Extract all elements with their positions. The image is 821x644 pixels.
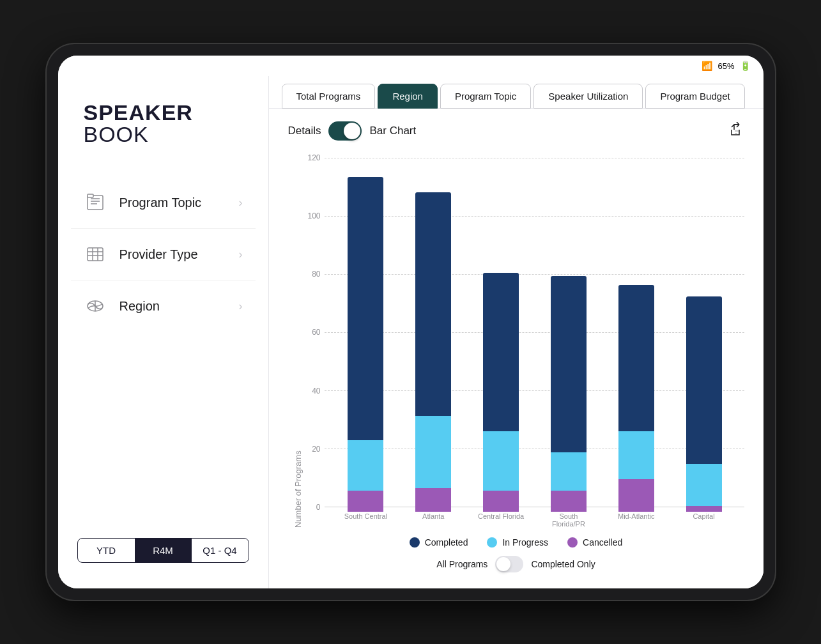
legend-in-progress: In Progress [487,537,548,548]
stacked-bar-2[interactable] [483,273,519,512]
main-content: Total Programs Region Program Topic Spea… [269,76,763,588]
battery-icon: 🔋 [740,61,751,71]
bar-completed-2 [483,273,519,431]
bar-inprogress-0 [348,440,383,491]
battery-text: 65% [717,61,734,71]
toggle-knob-small [496,557,510,571]
legend-completed: Completed [410,537,468,548]
filter-all-programs: All Programs [436,559,487,569]
tab-speaker-utilization[interactable]: Speaker Utilization [533,84,643,109]
filter-completed-only: Completed Only [531,559,595,569]
legend-dot-completed [410,537,420,548]
chevron-right-icon: › [239,300,243,313]
sidebar-nav: Program Topic › [58,177,268,525]
bar-inprogress-5 [686,464,722,505]
y-tick-120: 120 [303,153,321,162]
bar-group-4 [611,153,662,512]
tab-total-programs[interactable]: Total Programs [282,84,376,109]
sidebar-item-region[interactable]: Region › [71,280,256,332]
sidebar: SPEAKER BOOK [58,76,269,588]
legend-dot-cancelled [567,537,578,548]
bar-group-3 [543,153,594,512]
time-filters: YTD R4M Q1 - Q4 [77,538,249,563]
stacked-bar-1[interactable] [415,192,451,512]
y-tick-40: 40 [303,387,321,395]
x-label-3: South Florida/PR [543,510,594,528]
legend-dot-in-progress [487,537,497,548]
y-tick-100: 100 [303,211,321,220]
legend-cancelled: Cancelled [567,537,622,548]
chevron-right-icon: › [239,248,243,261]
view-toggle[interactable] [328,121,362,141]
svg-rect-5 [88,248,103,261]
tab-program-topic[interactable]: Program Topic [440,84,531,109]
bar-group-0 [340,153,391,512]
tabs-bar: Total Programs Region Program Topic Spea… [269,76,763,109]
bar-inprogress-2 [483,431,519,491]
x-label-0: South Central [340,510,391,528]
svg-rect-4 [88,194,93,197]
chart-legend: Completed In Progress Cancelled [288,528,744,551]
bar-completed-0 [348,177,383,440]
y-axis-label: Number of Programs [288,153,303,528]
status-bar: 📶 65% 🔋 [58,56,763,76]
bar-inprogress-4 [618,431,654,479]
sidebar-label-provider-type: Provider Type [119,247,226,262]
legend-label-in-progress: In Progress [502,537,548,548]
bar-inprogress-3 [551,452,587,491]
stacked-bar-4[interactable] [618,285,654,512]
bar-completed-1 [415,192,451,417]
bar-inprogress-1 [415,416,451,487]
toggle-knob [344,123,360,139]
table-icon [84,243,107,266]
bar-cancelled-1 [415,488,451,512]
sidebar-label-program-topic: Program Topic [119,195,226,210]
y-tick-80: 80 [303,270,321,279]
logo-line2: BOOK [84,123,243,145]
bar-chart: Number of Programs 120 [288,153,744,576]
bar-cancelled-0 [348,491,383,512]
legend-label-cancelled: Cancelled [583,537,622,548]
sidebar-item-provider-type[interactable]: Provider Type › [71,229,256,280]
time-filter-q1q4[interactable]: Q1 - Q4 [192,539,249,562]
logo-line1: SPEAKER [84,102,243,123]
programs-filter-toggle[interactable] [495,556,523,572]
sidebar-item-program-topic[interactable]: Program Topic › [71,177,256,229]
tab-program-budget[interactable]: Program Budget [645,84,744,109]
list-icon [84,191,107,214]
y-tick-60: 60 [303,328,321,337]
tablet-screen: 📶 65% 🔋 SPEAKER BOOK [58,56,763,588]
time-filter-ytd[interactable]: YTD [78,539,135,562]
stacked-bar-0[interactable] [348,177,383,512]
tab-region[interactable]: Region [378,84,438,109]
bar-group-1 [408,153,459,512]
bar-completed-5 [686,296,722,464]
sidebar-footer: YTD R4M Q1 - Q4 [58,525,268,576]
app-content: SPEAKER BOOK [58,76,763,588]
bar-group-5 [679,153,730,512]
x-labels: South CentralAtlantaCentral FloridaSouth… [326,510,744,528]
x-label-5: Capital [679,510,730,528]
chart-toggle-area: Details Bar Chart [288,121,417,141]
sidebar-label-region: Region [119,299,226,314]
toggle-barchart-label: Bar Chart [369,125,416,137]
bar-cancelled-4 [618,479,654,512]
map-icon [84,295,107,318]
chart-container: Details Bar Chart [269,109,763,588]
bar-cancelled-3 [551,491,587,512]
share-icon[interactable] [729,122,744,140]
time-filter-r4m[interactable]: R4M [135,539,192,562]
x-label-1: Atlanta [408,510,459,528]
logo: SPEAKER BOOK [58,95,268,177]
stacked-bar-3[interactable] [551,276,587,512]
bars-container [326,153,744,512]
chart-header: Details Bar Chart [288,121,744,141]
y-tick-0: 0 [303,503,321,512]
toggle-details-label: Details [288,125,321,137]
chart-plot-area: 120 100 80 [303,153,744,528]
bar-group-2 [475,153,526,512]
bar-completed-3 [551,276,587,452]
bar-completed-4 [618,285,654,431]
stacked-bar-5[interactable] [686,296,722,512]
y-tick-20: 20 [303,445,321,454]
